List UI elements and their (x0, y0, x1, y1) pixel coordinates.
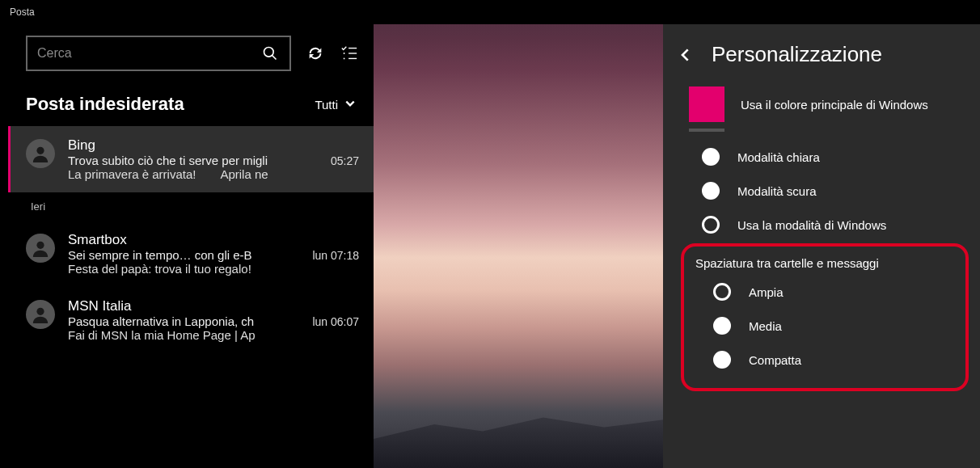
mail-preview: Festa del papà: trova il tuo regalo! (68, 262, 359, 276)
radio-label: Media (749, 319, 782, 333)
svg-point-10 (344, 58, 345, 60)
folder-header: Posta indesiderata Tutti (8, 76, 374, 126)
radio-label: Modalità chiara (737, 150, 820, 164)
radio-spacing-compact[interactable]: Compatta (684, 343, 965, 377)
mail-item[interactable]: MSN Italia Pasqua alternativa in Lapponi… (8, 287, 374, 353)
folder-name: Posta indesiderata (26, 94, 315, 115)
svg-line-5 (272, 56, 277, 60)
svg-point-11 (36, 147, 44, 154)
mail-list-pane: Posta indesiderata Tutti Bing Trova subi… (8, 24, 374, 468)
app-title: Posta (10, 6, 35, 18)
sync-button[interactable] (306, 44, 325, 63)
radio-icon (713, 283, 731, 301)
mail-preview: Fai di MSN la mia Home Page | Ap (68, 328, 359, 342)
mail-subject: Sei sempre in tempo… con gli e-B (68, 248, 304, 262)
back-button[interactable] (674, 44, 697, 66)
radio-label: Modalità scura (737, 184, 817, 198)
mail-sender: Smartbox (68, 232, 359, 248)
svg-point-4 (264, 48, 274, 57)
mail-time: 05:27 (331, 154, 359, 167)
radio-icon (713, 317, 731, 335)
filter-dropdown[interactable]: Tutti (315, 98, 356, 112)
spacing-section-highlight: Spaziatura tra cartelle e messaggi Ampia… (681, 243, 969, 391)
radio-label: Compatta (749, 353, 801, 367)
settings-panel: Personalizzazione Usa il colore principa… (663, 24, 980, 468)
svg-point-9 (344, 53, 345, 54)
mail-preview: La primavera è arrivata!Aprila ne (68, 167, 359, 181)
select-mode-button[interactable] (340, 44, 359, 63)
radio-theme-dark[interactable]: Modalità scura (670, 174, 974, 208)
radio-icon (702, 148, 720, 166)
radio-spacing-wide[interactable]: Ampia (684, 275, 965, 309)
radio-icon (713, 351, 731, 369)
accent-underline (689, 129, 724, 132)
mail-item[interactable]: Bing Trova subito ciò che ti serve per m… (8, 126, 374, 192)
mail-time: lun 06:07 (312, 315, 359, 328)
search-input[interactable] (37, 46, 252, 61)
radio-theme-light[interactable]: Modalità chiara (670, 140, 974, 174)
titlebar: Posta (0, 0, 980, 24)
spacing-section-label: Spaziatura tra cartelle e messaggi (684, 250, 965, 275)
mail-sender: Bing (68, 137, 359, 154)
svg-point-13 (36, 308, 44, 315)
avatar (26, 139, 55, 168)
mail-sender: MSN Italia (68, 298, 359, 314)
accent-color-swatch[interactable] (689, 86, 724, 122)
avatar (26, 300, 55, 329)
radio-label: Usa la modalità di Windows (737, 218, 886, 232)
mail-list: Bing Trova subito ciò che ti serve per m… (8, 126, 374, 468)
search-icon[interactable] (260, 44, 280, 63)
accent-color-row[interactable]: Usa il colore principale di Windows (670, 82, 974, 127)
accent-color-label: Usa il colore principale di Windows (741, 98, 928, 112)
radio-icon (702, 216, 720, 234)
radio-label: Ampia (749, 285, 784, 299)
filter-label: Tutti (315, 98, 338, 112)
avatar (26, 234, 55, 263)
mail-time: lun 07:18 (312, 249, 359, 262)
chevron-down-icon (344, 98, 356, 112)
mail-item[interactable]: Smartbox Sei sempre in tempo… con gli e-… (8, 221, 374, 287)
radio-icon (702, 182, 720, 200)
mail-subject: Trova subito ciò che ti serve per migli (68, 154, 323, 167)
radio-spacing-medium[interactable]: Media (684, 309, 965, 343)
search-box[interactable] (26, 36, 291, 71)
mail-subject: Pasqua alternativa in Lapponia, ch (68, 314, 304, 328)
svg-point-12 (36, 242, 44, 249)
group-header-yesterday: Ieri (8, 192, 374, 221)
radio-theme-system[interactable]: Usa la modalità di Windows (670, 208, 974, 242)
settings-title: Personalizzazione (712, 42, 882, 67)
toolbar (8, 24, 374, 76)
settings-header: Personalizzazione (670, 37, 974, 82)
